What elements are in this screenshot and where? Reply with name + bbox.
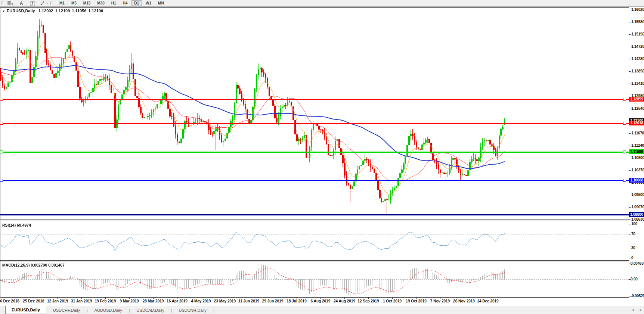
rsi-canvas[interactable] [0, 221, 629, 260]
line-handle-right[interactable] [623, 150, 626, 153]
price-tick-label: 1.12540 [631, 106, 644, 111]
price-tag: 1.12018 [629, 121, 644, 125]
rsi-tick-mark [629, 234, 631, 234]
macd-label: MACD(12,26,9) 0.002790 0.001467 [2, 263, 65, 267]
time-tick-mark [392, 297, 393, 299]
symbol-dropdown-icon[interactable]: ▼ [2, 10, 5, 13]
date-label: 7 Nov 2019 [430, 299, 450, 303]
dropdown-caret-icon: ▾ [46, 2, 48, 5]
time-tick-mark [201, 297, 201, 299]
macd-canvas[interactable] [0, 261, 629, 297]
text-label-tool-button[interactable]: A [17, 0, 26, 6]
fibonacci-icon-letter: F [12, 3, 13, 6]
time-tick-mark [273, 297, 273, 299]
cursor-tool-button[interactable]: ▾ [39, 0, 48, 6]
tab-audusd[interactable]: AUDUSD,Daily [88, 306, 129, 314]
price-tick-label: 1.13410 [631, 81, 644, 86]
price-tick-mark [629, 10, 631, 10]
tab-scroll-left[interactable]: ◄ [631, 308, 635, 312]
chart-symbol-label: EURUSD,Daily [7, 9, 35, 13]
date-label: 11 Jun 2019 [238, 299, 259, 303]
line-handle-left[interactable] [0, 98, 3, 101]
tab-eurusd[interactable]: EURUSD,Daily [5, 306, 46, 314]
fibonacci-tool-button[interactable]: F [6, 0, 15, 6]
date-label: 12 Jan 2019 [47, 299, 68, 303]
date-label: 1 Oct 2019 [383, 299, 402, 303]
price-tick-mark [629, 59, 631, 59]
price-tick-label: 1.16020 [631, 7, 644, 12]
rsi-tick-mark [629, 224, 631, 224]
line-handle-left[interactable] [0, 179, 3, 182]
price-tick-mark [629, 207, 631, 208]
line-handle-right[interactable] [623, 179, 626, 182]
date-label: 6 Dec 2018 [0, 299, 19, 303]
price-tick-label: 1.09070 [631, 205, 644, 209]
time-tick-mark [129, 297, 130, 299]
current-price-line [0, 121, 629, 121]
tab-usdcnh[interactable]: USDCNH,Daily [172, 306, 213, 314]
tab-scroll-right[interactable]: ► [639, 308, 643, 312]
timeframe-m15[interactable]: M15 [80, 0, 93, 6]
toolbar-grip[interactable] [1, 1, 3, 6]
price-tick-label: 1.09500 [631, 193, 644, 197]
price-tag: 1.12859 [629, 97, 644, 102]
line-handle-left[interactable] [0, 122, 3, 125]
price-tick-mark [629, 34, 631, 35]
horizontal-line[interactable] [0, 152, 629, 153]
timeframe-d1[interactable]: D1 [131, 0, 142, 6]
horizontal-line[interactable] [0, 123, 629, 124]
tab-usdchf[interactable]: USDCHF,Daily [46, 306, 87, 314]
price-tag: 1.08800 [629, 212, 644, 217]
text-box-icon: T [30, 1, 35, 6]
price-tick-label: 1.15150 [631, 32, 644, 36]
horizontal-line[interactable] [0, 180, 629, 181]
main-chart-canvas[interactable] [0, 8, 629, 220]
rsi-level-label: 100 [631, 222, 637, 226]
time-tick-mark [416, 297, 417, 299]
price-tick-label: 1.11240 [631, 143, 644, 147]
time-tick-mark [464, 297, 464, 299]
chart-title: ▼EURUSD,Daily1.120021.121991.119561.1210… [2, 9, 103, 13]
time-tick-mark [297, 297, 297, 299]
line-handle-left[interactable] [0, 150, 3, 153]
price-tick-label: 1.10370 [631, 168, 644, 172]
date-label: 26 Nov 2019 [453, 299, 475, 303]
chart-tab-bar: EURUSD,DailyUSDCHF,Daily|AUDUSD,Daily|US… [0, 306, 644, 314]
date-label: 29 Jun 2019 [262, 299, 284, 303]
macd-axis-label: -0.005299 [631, 294, 644, 298]
toolbar: F A T ▾ M1M5M15M30H1H4D1W1MN [0, 0, 644, 7]
date-label: 28 Mar 2019 [143, 299, 164, 303]
horizontal-line[interactable] [0, 99, 629, 100]
price-tick-mark [629, 146, 631, 146]
horizontal-line[interactable] [0, 214, 629, 215]
price-tick-mark [629, 183, 631, 183]
ohlc-low: 1.11956 [72, 9, 86, 13]
date-label: 25 Dec 2018 [23, 299, 44, 303]
time-tick-mark [105, 297, 106, 299]
date-label: 31 Jan 2019 [71, 299, 92, 303]
price-tick-label: 1.11670 [631, 131, 644, 135]
toolbar-grip-2[interactable] [50, 1, 52, 6]
timeframe-h4[interactable]: H4 [120, 0, 131, 6]
text-box-tool-button[interactable]: T [28, 0, 37, 6]
timeframe-mn[interactable]: MN [155, 0, 167, 6]
timeframe-m5[interactable]: M5 [68, 0, 80, 6]
time-tick-mark [440, 297, 440, 299]
timeframe-w1[interactable]: W1 [143, 0, 154, 6]
line-handle-right[interactable] [623, 98, 626, 101]
rsi-level-label: 0 [631, 256, 633, 260]
time-tick-mark [58, 297, 58, 299]
date-label: 4 May 2019 [191, 299, 211, 303]
tab-usdcad[interactable]: USDCAD,Daily [130, 306, 171, 314]
ohlc-close: 1.12100 [88, 9, 103, 13]
timeframe-m1[interactable]: M1 [56, 0, 68, 6]
timeframe-m30[interactable]: M30 [94, 0, 107, 6]
mt4-window: F A T ▾ M1M5M15M30H1H4D1W1MN ▼EURUSD,Dai… [0, 0, 644, 314]
line-handle-right[interactable] [623, 122, 626, 125]
price-tick-label: 1.13850 [631, 69, 644, 73]
price-tick-mark [629, 71, 631, 72]
ohlc-high: 1.12199 [55, 9, 70, 13]
price-tick-mark [629, 22, 631, 22]
date-label: 6 Aug 2019 [311, 299, 330, 303]
timeframe-h1[interactable]: H1 [108, 0, 119, 6]
